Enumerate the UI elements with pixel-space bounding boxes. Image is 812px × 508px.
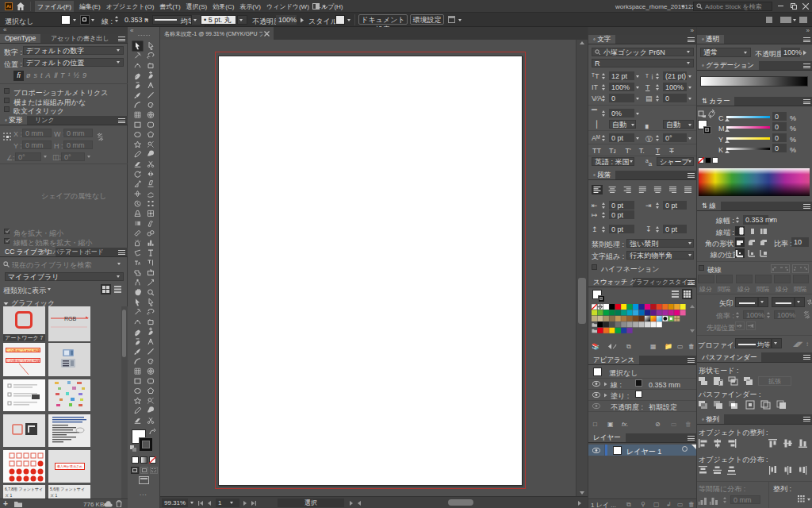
svg-text:RGB: RGB [64,316,77,321]
